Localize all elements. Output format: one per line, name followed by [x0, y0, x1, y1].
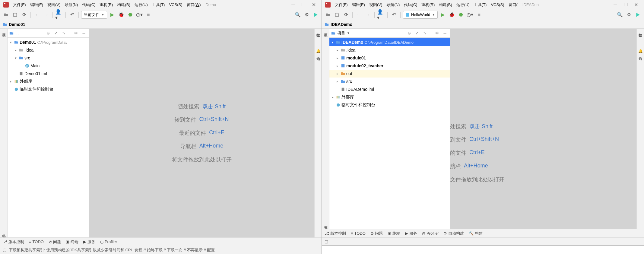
tree-module02[interactable]: ▸ module02_teacher: [329, 62, 450, 70]
tree-idea[interactable]: ▸ .idea: [8, 46, 89, 54]
refresh-icon[interactable]: ⟳: [342, 11, 350, 19]
back-icon[interactable]: ←: [33, 11, 41, 19]
menu-run[interactable]: 运行(U): [133, 2, 150, 8]
run-button[interactable]: ▶: [108, 11, 116, 19]
settings-icon[interactable]: ⚙: [303, 11, 311, 19]
tab-terminal[interactable]: ▣ 终端: [388, 231, 400, 236]
close-button[interactable]: ✕: [633, 2, 638, 7]
tab-profiler[interactable]: ◷ Profiler: [100, 240, 117, 244]
code-with-me-icon[interactable]: [634, 11, 642, 19]
menu-vcs[interactable]: VCS(S): [489, 2, 506, 8]
collapse-icon[interactable]: ⤡: [61, 30, 67, 36]
menu-edit[interactable]: 编辑(E): [350, 2, 367, 8]
sidebar-notify[interactable]: 🔔 通知: [638, 49, 643, 54]
debug-button[interactable]: 🐞: [117, 11, 125, 19]
coverage-button[interactable]: ⬣: [457, 11, 465, 19]
user-icon[interactable]: 👤▾: [55, 11, 63, 19]
search-icon[interactable]: 🔍: [616, 11, 624, 19]
tab-vcs[interactable]: ⎇ 版本控制: [3, 239, 24, 245]
tab-problems[interactable]: ⊘ 问题: [370, 231, 383, 236]
menu-vcs[interactable]: VCS(S): [167, 2, 184, 8]
scope-icon[interactable]: ⊕: [45, 30, 51, 36]
panel-title[interactable]: 项目: [337, 30, 345, 36]
run-config-selector[interactable]: HelloWorld ▼: [403, 11, 438, 19]
menu-refactor[interactable]: 重构(R): [98, 2, 115, 8]
minimize-button[interactable]: ─: [613, 2, 618, 7]
tab-todo[interactable]: ≡ TODO: [29, 240, 44, 244]
tree-iml[interactable]: IDEADemo.iml: [329, 85, 450, 93]
tab-services[interactable]: ▶ 服务: [405, 231, 417, 236]
forward-icon[interactable]: →: [42, 11, 50, 19]
tab-vcs[interactable]: ⎇ 版本控制: [325, 231, 346, 236]
tree-src[interactable]: ▸ src: [329, 78, 450, 85]
profile-button[interactable]: ◷▾: [135, 11, 143, 19]
menu-build[interactable]: 构建(B): [115, 2, 132, 8]
search-icon[interactable]: 🔍: [294, 11, 302, 19]
collapse-icon[interactable]: ⤡: [422, 30, 428, 36]
expand-icon[interactable]: ⤢: [53, 30, 59, 36]
tree-scratch[interactable]: 临时文件和控制台: [8, 85, 89, 93]
expand-icon[interactable]: ⤢: [414, 30, 420, 36]
hide-icon[interactable]: ─: [442, 30, 448, 36]
code-with-me-icon[interactable]: [312, 11, 320, 19]
tree-root[interactable]: ▾ Demo01 C:\ProgramData\: [8, 38, 89, 46]
minimize-button[interactable]: ─: [291, 2, 296, 7]
hide-icon[interactable]: ─: [81, 30, 87, 36]
close-button[interactable]: ✕: [311, 2, 316, 7]
tab-services[interactable]: ▶ 服务: [83, 239, 95, 245]
breadcrumb-root[interactable]: Demo01: [9, 22, 25, 27]
tree-idea[interactable]: ▸ .idea: [329, 46, 450, 54]
refresh-icon[interactable]: ⟳: [20, 11, 28, 19]
tab-build[interactable]: 🔨 构建: [469, 231, 483, 236]
menu-run[interactable]: 运行(U): [455, 2, 471, 8]
tab-profiler[interactable]: ◷ Profiler: [422, 231, 439, 236]
profile-button[interactable]: ◷▾: [466, 11, 474, 19]
debug-button[interactable]: 🐞: [448, 11, 456, 19]
tree-main[interactable]: C Main: [8, 62, 89, 70]
chevron-down-icon[interactable]: ▼: [347, 31, 350, 35]
scope-icon[interactable]: ⊕: [406, 30, 412, 36]
breadcrumb-root[interactable]: IDEADemo: [331, 22, 352, 27]
maximize-button[interactable]: ☐: [623, 2, 628, 7]
status-square-icon[interactable]: ▢: [3, 248, 6, 252]
panel-settings-icon[interactable]: ⚙: [434, 30, 440, 36]
open-icon[interactable]: [324, 11, 332, 19]
tree-root[interactable]: ▾ IDEADemo C:\ProgramData\IDEADemo: [329, 38, 450, 46]
undo-nav-icon[interactable]: ↶: [390, 11, 398, 19]
menu-file[interactable]: 文件(F): [11, 2, 28, 8]
menu-edit[interactable]: 编辑(E): [28, 2, 45, 8]
tree-ext-libs[interactable]: ▸ 外部库: [329, 93, 450, 101]
coverage-button[interactable]: ⬣: [126, 11, 134, 19]
menu-tools[interactable]: 工具(T): [472, 2, 489, 8]
tab-problems[interactable]: ⊘ 问题: [49, 239, 61, 245]
stop-button[interactable]: ■: [144, 11, 152, 19]
forward-icon[interactable]: →: [364, 11, 372, 19]
tree-src[interactable]: ▾ src: [8, 54, 89, 62]
save-icon[interactable]: [11, 11, 19, 19]
menu-window[interactable]: 窗口(W): [185, 2, 203, 8]
menu-file[interactable]: 文件(F): [333, 2, 350, 8]
tree-module01[interactable]: ▸ module01: [329, 54, 450, 62]
tab-autobuild[interactable]: ⟳ 自动构建: [444, 231, 464, 236]
maximize-button[interactable]: ☐: [301, 2, 306, 7]
undo-nav-icon[interactable]: ↶: [68, 11, 76, 19]
user-icon[interactable]: 👤▾: [377, 11, 385, 19]
run-config-selector[interactable]: 当前文件 ▼: [81, 11, 107, 19]
tree-iml[interactable]: Demo01.iml: [8, 70, 89, 78]
menu-refactor[interactable]: 重构(R): [420, 2, 436, 8]
menu-nav[interactable]: 导航(N): [385, 2, 401, 8]
tree-ext-libs[interactable]: ▸ 外部库: [8, 78, 89, 85]
run-button[interactable]: ▶: [439, 11, 447, 19]
back-icon[interactable]: ←: [355, 11, 363, 19]
menu-nav[interactable]: 导航(N): [63, 2, 80, 8]
tab-terminal[interactable]: ▣ 终端: [66, 239, 78, 245]
settings-icon[interactable]: ⚙: [625, 11, 633, 19]
tab-todo[interactable]: ≡ TODO: [351, 231, 366, 236]
menu-window[interactable]: 窗口(: [507, 2, 519, 8]
menu-code[interactable]: 代码(C): [402, 2, 419, 8]
menu-view[interactable]: 视图(V): [46, 2, 62, 8]
status-square-icon[interactable]: ▢: [325, 239, 328, 244]
tree-scratch[interactable]: 临时文件和控制台: [329, 101, 450, 109]
save-icon[interactable]: [333, 11, 341, 19]
stop-button[interactable]: ■: [475, 11, 483, 19]
